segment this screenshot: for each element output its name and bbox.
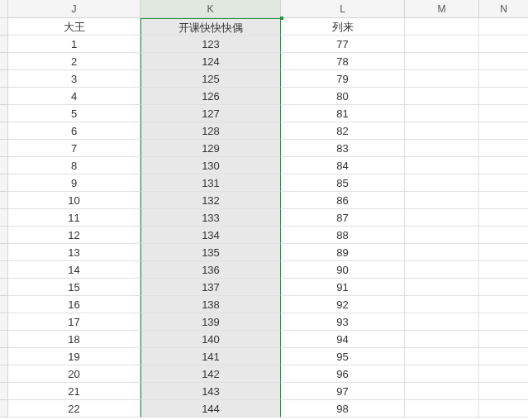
cell[interactable]: 12	[8, 227, 140, 244]
cell[interactable]: 6	[8, 122, 140, 140]
cell[interactable]: 87	[281, 209, 405, 227]
cell-header-m[interactable]	[405, 18, 479, 36]
cell-header-k[interactable]: 开课快快快偶	[140, 18, 281, 36]
cell[interactable]	[479, 296, 528, 313]
cell[interactable]	[405, 192, 479, 209]
cell[interactable]	[405, 53, 479, 70]
cell[interactable]: 134	[140, 227, 281, 244]
cell[interactable]	[405, 313, 479, 331]
cell[interactable]: 80	[281, 88, 405, 105]
cell[interactable]: 79	[281, 70, 405, 88]
cell[interactable]	[405, 244, 479, 261]
cell[interactable]: 125	[140, 70, 281, 88]
cell[interactable]: 92	[281, 296, 405, 313]
cell[interactable]: 143	[140, 383, 281, 400]
cell[interactable]	[405, 348, 479, 365]
cell[interactable]: 89	[281, 244, 405, 261]
cell[interactable]	[405, 209, 479, 227]
cell[interactable]	[405, 383, 479, 400]
cell[interactable]	[479, 122, 528, 140]
cell[interactable]: 130	[140, 157, 281, 174]
cell[interactable]: 135	[140, 244, 281, 261]
cell[interactable]	[405, 36, 479, 53]
cell[interactable]	[405, 88, 479, 105]
cell[interactable]	[405, 296, 479, 313]
col-header-k[interactable]: K	[140, 0, 281, 18]
cell[interactable]	[479, 227, 528, 244]
cell[interactable]: 96	[281, 365, 405, 383]
cell[interactable]: 21	[8, 383, 140, 400]
cell[interactable]: 90	[281, 261, 405, 279]
cell[interactable]: 128	[140, 122, 281, 140]
cell[interactable]: 142	[140, 365, 281, 383]
cell[interactable]	[479, 279, 528, 296]
cell[interactable]: 85	[281, 174, 405, 192]
cell[interactable]	[479, 157, 528, 174]
cell-header-j[interactable]: 大王	[8, 18, 140, 36]
cell[interactable]: 15	[8, 279, 140, 296]
cell[interactable]: 7	[8, 140, 140, 157]
cell[interactable]: 17	[8, 313, 140, 331]
cell[interactable]: 20	[8, 365, 140, 383]
cell[interactable]: 129	[140, 140, 281, 157]
cell[interactable]	[479, 53, 528, 70]
cell[interactable]: 10	[8, 192, 140, 209]
cell[interactable]: 138	[140, 296, 281, 313]
cell[interactable]: 18	[8, 331, 140, 348]
cell[interactable]: 86	[281, 192, 405, 209]
cell[interactable]: 97	[281, 383, 405, 400]
cell-header-l[interactable]: 列来	[281, 18, 405, 36]
cell[interactable]	[479, 88, 528, 105]
cell[interactable]	[479, 365, 528, 383]
cell[interactable]	[479, 192, 528, 209]
cell-header-n[interactable]	[479, 18, 528, 36]
cell[interactable]: 144	[140, 400, 281, 418]
cell[interactable]	[479, 261, 528, 279]
cell[interactable]: 2	[8, 53, 140, 70]
cell[interactable]: 83	[281, 140, 405, 157]
cell[interactable]	[479, 140, 528, 157]
cell[interactable]: 4	[8, 88, 140, 105]
col-header-j[interactable]: J	[8, 0, 140, 18]
cell[interactable]	[405, 70, 479, 88]
cell[interactable]: 133	[140, 209, 281, 227]
cell[interactable]: 16	[8, 296, 140, 313]
cell[interactable]: 88	[281, 227, 405, 244]
cell[interactable]	[405, 331, 479, 348]
cell[interactable]	[479, 36, 528, 53]
cell[interactable]	[405, 365, 479, 383]
cell[interactable]	[479, 331, 528, 348]
col-header-n[interactable]: N	[479, 0, 528, 18]
cell[interactable]	[479, 105, 528, 122]
cell[interactable]: 137	[140, 279, 281, 296]
cell[interactable]	[405, 105, 479, 122]
cell[interactable]: 131	[140, 174, 281, 192]
cell[interactable]: 123	[140, 36, 281, 53]
cell[interactable]: 140	[140, 331, 281, 348]
cell[interactable]	[479, 209, 528, 227]
cell[interactable]	[479, 383, 528, 400]
cell[interactable]	[479, 70, 528, 88]
cell[interactable]	[479, 244, 528, 261]
cell[interactable]: 84	[281, 157, 405, 174]
cell[interactable]: 78	[281, 53, 405, 70]
cell[interactable]: 8	[8, 157, 140, 174]
cell[interactable]: 11	[8, 209, 140, 227]
cell[interactable]: 93	[281, 313, 405, 331]
cell[interactable]: 1	[8, 36, 140, 53]
cell[interactable]	[405, 157, 479, 174]
cell[interactable]: 124	[140, 53, 281, 70]
cell[interactable]: 77	[281, 36, 405, 53]
cell[interactable]: 81	[281, 105, 405, 122]
cell[interactable]: 141	[140, 348, 281, 365]
cell[interactable]	[405, 400, 479, 418]
cell[interactable]: 9	[8, 174, 140, 192]
cell[interactable]: 139	[140, 313, 281, 331]
cell[interactable]	[405, 140, 479, 157]
col-header-l[interactable]: L	[281, 0, 405, 18]
cell[interactable]	[405, 279, 479, 296]
cell[interactable]	[405, 122, 479, 140]
cell[interactable]: 94	[281, 331, 405, 348]
cell[interactable]: 126	[140, 88, 281, 105]
cell[interactable]	[479, 313, 528, 331]
